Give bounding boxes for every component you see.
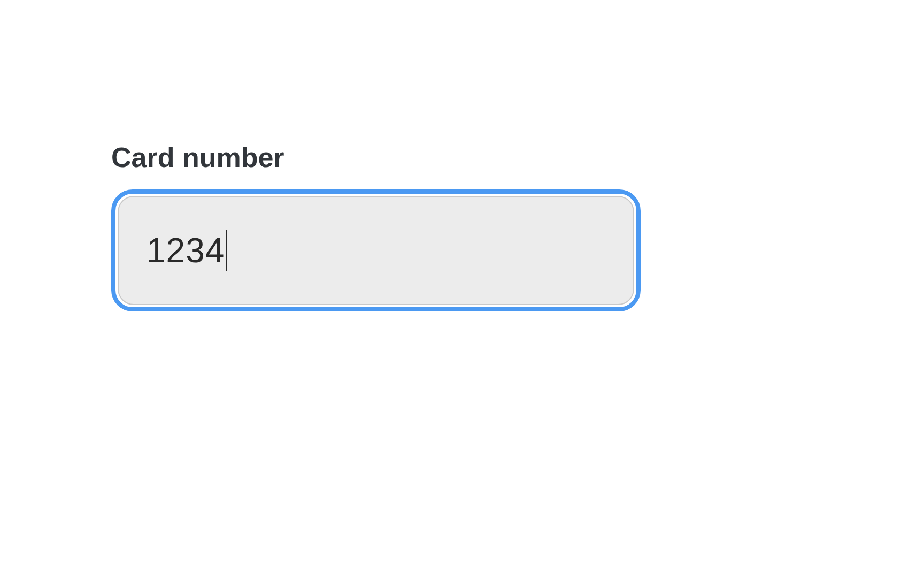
card-number-input[interactable]: 1234 — [118, 196, 634, 305]
text-caret-icon — [226, 230, 227, 271]
card-number-value: 1234 — [147, 230, 227, 271]
card-number-input-focus-ring: 1234 — [111, 189, 641, 311]
card-number-label: Card number — [111, 141, 641, 173]
card-number-text: 1234 — [147, 231, 225, 270]
card-number-group: Card number 1234 — [111, 141, 641, 311]
